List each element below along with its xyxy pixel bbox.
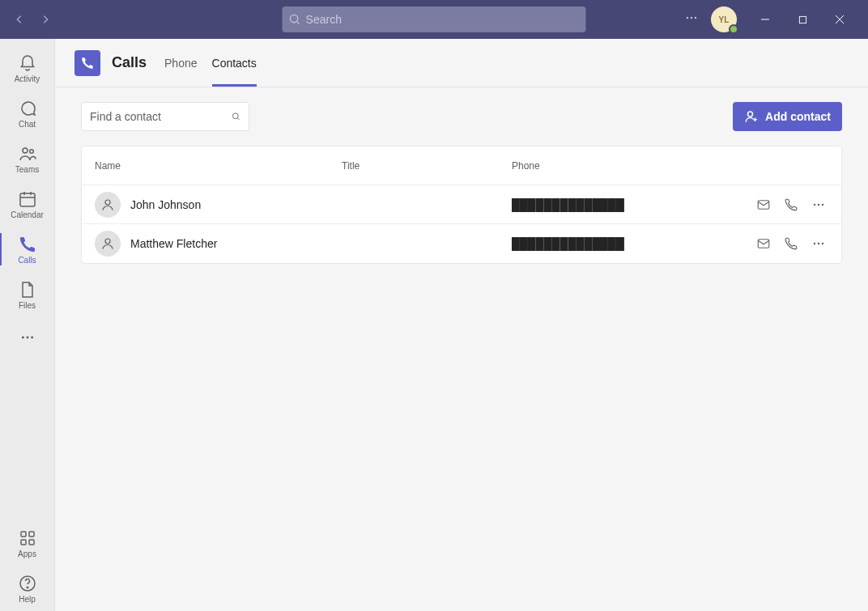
rail-label: Files <box>19 301 36 310</box>
rail-label: Apps <box>18 549 36 558</box>
bell-icon <box>18 53 37 73</box>
add-contact-button[interactable]: Add contact <box>733 102 842 131</box>
svg-rect-4 <box>799 16 806 23</box>
titlebar: YL <box>0 0 868 39</box>
rail-help[interactable]: Help <box>0 566 55 611</box>
rail-activity[interactable]: Activity <box>0 45 55 91</box>
search-icon <box>289 13 301 26</box>
svg-point-10 <box>31 337 33 339</box>
content: Calls Phone Contacts Add contact Name Ti… <box>55 39 868 611</box>
contact-phone: ██████████████ <box>512 198 739 211</box>
phone-icon <box>80 56 95 70</box>
svg-rect-20 <box>758 200 769 209</box>
svg-point-24 <box>105 239 110 244</box>
table-row[interactable]: Matthew Fletcher ██████████████ <box>82 224 841 263</box>
contact-avatar <box>95 231 121 257</box>
search-icon <box>232 110 240 123</box>
close-button[interactable] <box>821 6 858 32</box>
rail-calls[interactable]: Calls <box>0 227 55 272</box>
svg-point-19 <box>105 200 110 205</box>
person-add-icon <box>744 109 759 124</box>
page-icon <box>74 50 100 76</box>
person-icon <box>100 236 115 251</box>
rail-label: Activity <box>15 74 40 83</box>
svg-point-8 <box>21 337 23 339</box>
col-phone[interactable]: Phone <box>512 160 739 172</box>
phone-icon <box>18 235 37 254</box>
person-icon <box>100 197 115 212</box>
rail-teams[interactable]: Teams <box>0 136 55 181</box>
back-button[interactable] <box>10 10 29 29</box>
presence-indicator <box>729 24 738 34</box>
contact-name: John Johnson <box>130 198 201 211</box>
svg-point-16 <box>27 587 28 588</box>
more-icon <box>812 237 825 250</box>
main: Activity Chat Teams Calendar Calls Files <box>0 39 868 611</box>
name-cell: Matthew Fletcher <box>95 231 342 257</box>
svg-point-26 <box>814 243 815 244</box>
search-bar[interactable] <box>283 6 586 32</box>
find-contact-input[interactable] <box>90 110 232 123</box>
mail-icon <box>756 236 771 251</box>
maximize-button[interactable] <box>784 6 821 32</box>
tab-contacts[interactable]: Contacts <box>212 39 257 87</box>
svg-rect-7 <box>20 193 35 206</box>
col-name[interactable]: Name <box>95 160 342 172</box>
call-button[interactable] <box>781 234 801 253</box>
rail-label: Chat <box>19 120 36 129</box>
tab-phone[interactable]: Phone <box>164 39 197 87</box>
apps-icon <box>18 528 37 548</box>
search-input[interactable] <box>306 13 580 26</box>
rail-calendar[interactable]: Calendar <box>0 181 55 227</box>
toolbar: Add contact <box>55 87 868 146</box>
avatar-initials: YL <box>719 15 730 24</box>
svg-rect-13 <box>21 540 26 545</box>
contacts-table: Name Title Phone John Johnson ██████████… <box>81 146 842 264</box>
svg-point-17 <box>232 113 238 119</box>
svg-point-0 <box>290 15 297 22</box>
email-button[interactable] <box>754 195 773 214</box>
row-actions <box>739 195 828 214</box>
row-actions <box>739 234 828 253</box>
minimize-button[interactable] <box>747 6 784 32</box>
forward-button[interactable] <box>36 10 55 29</box>
more-button[interactable] <box>809 195 828 214</box>
settings-more-button[interactable] <box>682 8 701 31</box>
user-avatar[interactable]: YL <box>711 6 737 32</box>
svg-point-27 <box>818 243 819 244</box>
calendar-icon <box>18 189 37 209</box>
svg-point-2 <box>691 17 692 19</box>
window-controls <box>747 6 858 32</box>
table-header: Name Title Phone <box>82 146 841 185</box>
page-header: Calls Phone Contacts <box>55 39 868 87</box>
teams-icon <box>18 144 37 163</box>
svg-rect-11 <box>21 532 26 537</box>
svg-rect-25 <box>758 240 769 248</box>
name-cell: John Johnson <box>95 192 342 218</box>
rail-apps[interactable]: Apps <box>0 520 55 566</box>
col-title[interactable]: Title <box>342 160 512 172</box>
rail-label: Calls <box>18 256 36 265</box>
svg-point-21 <box>814 203 815 205</box>
rail-more[interactable] <box>20 317 35 361</box>
rail-label: Help <box>19 595 36 604</box>
titlebar-right: YL <box>682 6 858 32</box>
email-button[interactable] <box>754 234 773 253</box>
more-button[interactable] <box>809 234 828 253</box>
svg-point-22 <box>818 203 819 205</box>
svg-rect-12 <box>29 532 34 537</box>
svg-point-18 <box>748 112 753 117</box>
tabs: Phone Contacts <box>164 39 257 87</box>
table-row[interactable]: John Johnson ██████████████ <box>82 185 841 224</box>
rail-chat[interactable]: Chat <box>0 91 55 136</box>
phone-icon <box>784 197 798 212</box>
call-button[interactable] <box>781 195 801 214</box>
find-contact-wrap[interactable] <box>81 102 249 131</box>
contact-phone: ██████████████ <box>512 237 739 250</box>
files-icon <box>18 280 37 299</box>
app-rail: Activity Chat Teams Calendar Calls Files <box>0 39 55 611</box>
svg-point-23 <box>822 203 823 205</box>
add-contact-label: Add contact <box>765 110 831 123</box>
rail-files[interactable]: Files <box>0 272 55 317</box>
page-title: Calls <box>112 54 147 71</box>
